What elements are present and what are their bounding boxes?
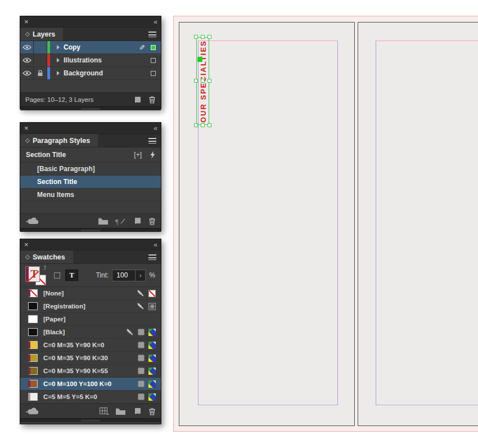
panel-cycle-icon[interactable] xyxy=(25,254,30,259)
close-icon[interactable]: × xyxy=(24,241,29,248)
layer-name[interactable]: Illustrations xyxy=(64,56,102,64)
process-color-icon xyxy=(138,380,145,387)
frame-handle-top-center[interactable] xyxy=(201,35,205,39)
disclosure-icon[interactable] xyxy=(57,58,60,62)
swatch-row-cmyk-yellow[interactable]: C=0 M=35 Y=90 K=0 xyxy=(20,339,161,352)
create-style-from-selection-icon[interactable]: [+] xyxy=(134,151,142,159)
frame-handle-bottom-center[interactable] xyxy=(201,123,205,127)
swatch-row-cmyk-gray[interactable]: C=5 M=5 Y=5 K=0 xyxy=(20,391,161,404)
tint-value[interactable]: 100 xyxy=(112,271,135,279)
swatch-row-cmyk-yellow-k55[interactable]: C=0 M=35 Y=90 K=55 xyxy=(20,365,161,378)
non-editable-icon xyxy=(126,328,134,336)
frame-handle-bottom-right[interactable] xyxy=(208,123,211,127)
delete-layer-button[interactable] xyxy=(148,96,156,104)
panel-cycle-icon[interactable] xyxy=(25,138,30,142)
delete-swatch-button[interactable] xyxy=(148,407,156,415)
layer-row-copy[interactable]: Copy ✎ xyxy=(20,41,161,54)
collapse-icon[interactable]: « xyxy=(154,18,157,26)
disclosure-icon[interactable] xyxy=(57,71,60,75)
tint-dropdown-icon[interactable]: › xyxy=(135,270,145,281)
swatch-name: C=0 M=35 Y=90 K=0 xyxy=(43,342,138,348)
new-color-group-button[interactable] xyxy=(100,407,109,415)
swatch-chip xyxy=(28,315,38,323)
panel-resize-grip[interactable] xyxy=(20,106,161,110)
layer-row-illustrations[interactable]: Illustrations xyxy=(20,54,161,67)
new-layer-icon xyxy=(133,96,141,104)
tab-swatches[interactable]: Swatches xyxy=(20,250,73,263)
swatch-name: C=5 M=5 Y=5 K=0 xyxy=(43,393,138,400)
frame-handle-middle-left[interactable] xyxy=(194,79,198,83)
collapse-icon[interactable]: « xyxy=(154,124,157,132)
swatch-chip xyxy=(28,328,38,336)
selected-text-frame[interactable]: OUR SPECIALTIES xyxy=(196,37,209,125)
new-layer-button[interactable] xyxy=(133,96,141,104)
layer-name[interactable]: Background xyxy=(64,69,103,77)
close-icon[interactable]: × xyxy=(24,18,29,25)
swatch-folder-button[interactable] xyxy=(116,408,125,415)
tab-layers[interactable]: Layers xyxy=(20,28,63,41)
text-fill-proxy-chip[interactable]: T xyxy=(26,267,39,281)
selection-indicator-square[interactable] xyxy=(151,58,156,63)
swatches-panel: × « Swatches T ⤴ T Tint: 100 › % [None] xyxy=(20,239,161,424)
swatch-name: C=0 M=35 Y=90 K=55 xyxy=(43,368,138,374)
create-new-style-button[interactable] xyxy=(133,217,141,225)
frame-handle-top-left[interactable] xyxy=(194,35,198,39)
swatch-chip xyxy=(28,302,38,310)
visibility-toggle[interactable] xyxy=(20,41,34,53)
visibility-toggle[interactable] xyxy=(20,67,34,79)
style-row-section-title[interactable]: Section Title xyxy=(20,176,161,189)
disclosure-icon[interactable] xyxy=(57,45,60,50)
close-icon[interactable]: × xyxy=(24,124,29,132)
tint-field[interactable]: 100 › xyxy=(112,270,146,281)
collapse-icon[interactable]: « xyxy=(154,241,157,249)
clear-overrides-button[interactable]: ¶ xyxy=(115,217,125,225)
lock-toggle[interactable] xyxy=(34,41,47,53)
formatting-affects-container-button[interactable] xyxy=(54,272,60,279)
swatch-row-black[interactable]: [Black] xyxy=(20,326,161,339)
layers-panel: × « Layers Copy ✎ Illustrations xyxy=(20,16,161,109)
paragraph-styles-toolbar: ¶ xyxy=(20,213,161,228)
fill-stroke-proxy[interactable]: T ⤴ xyxy=(26,265,47,285)
panel-menu-icon[interactable] xyxy=(148,32,156,37)
layer-row-background[interactable]: Background xyxy=(20,67,161,80)
style-row-menu-items[interactable]: Menu Items xyxy=(20,189,161,201)
lock-toggle[interactable] xyxy=(34,54,47,66)
swap-fill-stroke-icon[interactable]: ⤴ xyxy=(44,265,47,271)
frame-handle-middle-right[interactable] xyxy=(208,79,211,83)
frame-handle-center[interactable] xyxy=(201,79,205,83)
selection-indicator-square[interactable] xyxy=(151,45,156,50)
paragraph-styles-titlebar: × « xyxy=(20,123,161,134)
panel-menu-icon[interactable] xyxy=(148,138,156,144)
new-style-icon xyxy=(133,217,141,225)
panel-resize-grip[interactable] xyxy=(20,228,161,232)
registration-icon: ⊕ xyxy=(148,303,156,310)
new-swatch-button[interactable] xyxy=(133,407,141,415)
frame-handle-top-right[interactable] xyxy=(208,35,211,39)
lock-toggle[interactable] xyxy=(34,67,47,79)
delete-style-button[interactable] xyxy=(148,217,156,225)
cloud-sync-icon xyxy=(25,407,39,415)
color-group-icon xyxy=(100,407,109,415)
swatch-row-paper[interactable]: [Paper] xyxy=(20,313,161,326)
layer-name[interactable]: Copy xyxy=(64,43,80,51)
panel-menu-icon[interactable] xyxy=(148,254,156,260)
swatches-panel-title: Swatches xyxy=(33,253,65,261)
style-row-basic-paragraph[interactable]: [Basic Paragraph] xyxy=(20,163,161,176)
cc-libraries-button[interactable] xyxy=(25,407,39,415)
folder-icon xyxy=(116,408,125,415)
panel-cycle-icon[interactable] xyxy=(25,32,30,36)
cc-libraries-button[interactable] xyxy=(25,217,39,225)
selection-indicator-square[interactable] xyxy=(151,71,156,76)
frame-handle-bottom-left[interactable] xyxy=(194,123,198,127)
visibility-toggle[interactable] xyxy=(20,54,34,66)
swatch-row-cmyk-red[interactable]: C=0 M=100 Y=100 K=0 xyxy=(20,378,161,391)
swatch-row-none[interactable]: [None] xyxy=(20,287,161,300)
style-override-highlighter-button[interactable] xyxy=(150,151,155,159)
tab-paragraph-styles[interactable]: Paragraph Styles xyxy=(20,134,98,147)
style-group-folder-button[interactable] xyxy=(98,218,108,225)
swatch-row-registration[interactable]: [Registration] ⊕ xyxy=(20,300,161,313)
frame-port-indicator[interactable] xyxy=(197,57,202,62)
formatting-affects-text-button[interactable]: T xyxy=(65,270,78,281)
panel-resize-grip[interactable] xyxy=(20,418,161,422)
swatch-row-cmyk-yellow-k30[interactable]: C=0 M=35 Y=90 K=30 xyxy=(20,352,161,365)
